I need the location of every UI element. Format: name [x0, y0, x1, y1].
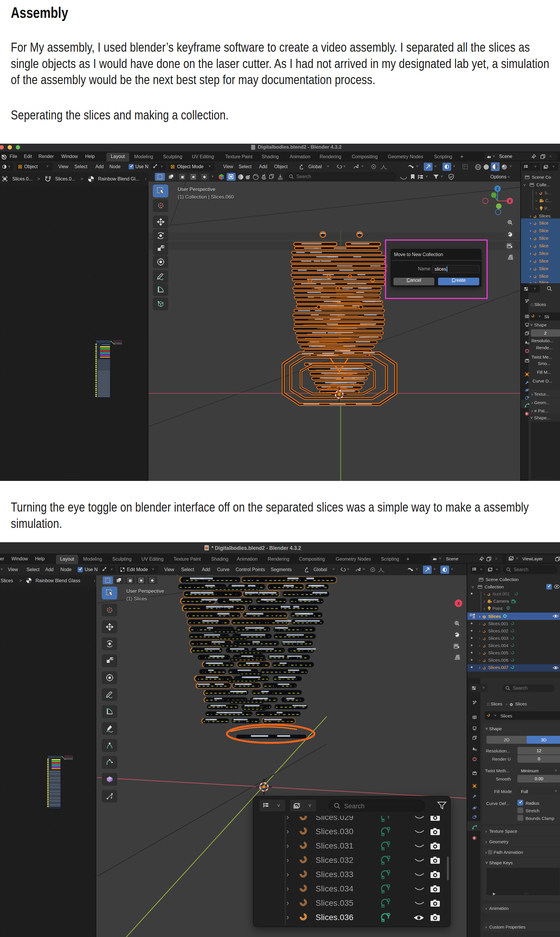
svg-text:Z: Z — [497, 187, 498, 191]
svg-text:X: X — [509, 199, 511, 203]
svg-text:X: X — [457, 601, 460, 605]
